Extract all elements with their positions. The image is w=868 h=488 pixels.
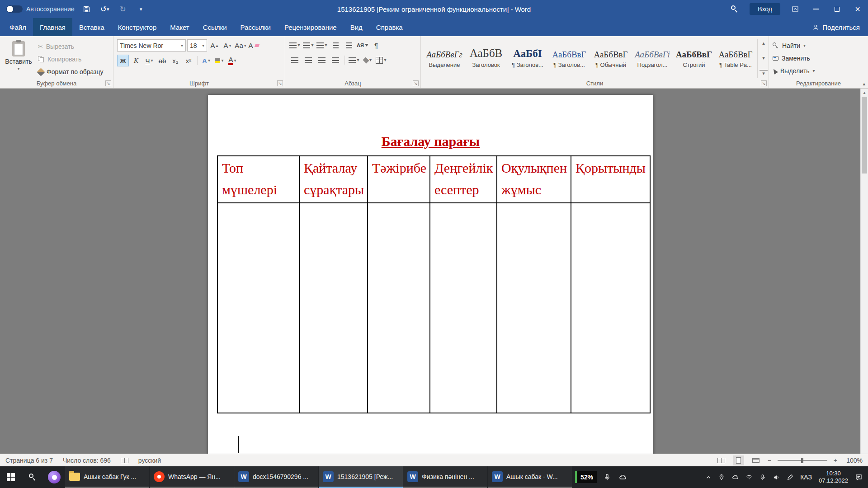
style-item[interactable]: АаБбІ ¶ Заголов... xyxy=(508,39,547,74)
taskbar-app-word-3[interactable]: W Физика пәнінен ... xyxy=(403,466,487,488)
zoom-slider[interactable] xyxy=(778,460,827,461)
align-right-button[interactable] xyxy=(316,54,328,66)
customize-qat-button[interactable]: ▾ xyxy=(135,3,147,15)
table-header-cell[interactable]: Деңгейлік есептер xyxy=(430,156,497,203)
zoom-in-button[interactable]: + xyxy=(834,457,837,464)
word-count[interactable]: Число слов: 696 xyxy=(63,457,111,464)
search-button[interactable] xyxy=(724,0,745,18)
tab-insert[interactable]: Вставка xyxy=(72,18,111,36)
alisa-button[interactable] xyxy=(43,466,65,488)
copy-button[interactable]: Копировать xyxy=(38,54,104,65)
style-item[interactable]: АаБбВвГ ¶ Обычный xyxy=(591,39,631,74)
increase-indent-button[interactable] xyxy=(343,39,355,51)
share-button[interactable]: Поделиться xyxy=(812,18,868,36)
speaker-icon[interactable] xyxy=(773,474,780,481)
wifi-icon[interactable] xyxy=(745,474,753,480)
tab-review[interactable]: Рецензирование xyxy=(278,18,344,36)
taskbar-app-word-1[interactable]: W docx1546790296 ... xyxy=(234,466,318,488)
strikethrough-button[interactable]: ab xyxy=(156,55,168,66)
minimize-button[interactable] xyxy=(806,0,826,18)
styles-dialog-launcher[interactable]: ↘ xyxy=(761,80,767,86)
tab-home[interactable]: Главная xyxy=(33,18,72,36)
taskbar-clock[interactable]: 10:30 07.12.2022 xyxy=(819,470,848,485)
paragraph-dialog-launcher[interactable]: ↘ xyxy=(413,80,419,86)
gallery-more-button[interactable]: ▾ xyxy=(760,70,768,76)
table-cell[interactable] xyxy=(368,203,430,413)
table-cell[interactable] xyxy=(430,203,497,413)
zoom-slider-thumb[interactable] xyxy=(801,458,803,463)
style-item[interactable]: АаБбВвГг Выделение xyxy=(425,39,464,74)
numbering-button[interactable]: ▾ xyxy=(302,39,314,51)
bullets-button[interactable]: ▾ xyxy=(289,39,301,51)
notification-center-icon[interactable] xyxy=(855,474,863,481)
page-indicator[interactable]: Страница 6 из 7 xyxy=(5,457,53,464)
font-name-combo[interactable]: Times New Ror ▾ xyxy=(117,39,186,52)
superscript-button[interactable]: x² xyxy=(183,55,194,66)
select-button[interactable]: Выделить ▾ xyxy=(773,66,864,76)
tab-help[interactable]: Справка xyxy=(369,18,410,36)
style-item[interactable]: АаБбВвГ ¶ Table Pa... xyxy=(716,39,755,74)
table-header-cell[interactable]: Қорытынды xyxy=(571,156,650,203)
autosave-toggle[interactable] xyxy=(6,5,23,13)
redo-button[interactable]: ↻ xyxy=(117,3,129,15)
grow-font-button[interactable]: А▴ xyxy=(208,40,220,52)
zoom-level[interactable]: 100% xyxy=(844,457,863,464)
document-page[interactable]: Бағалау парағы Топ мүшелері Қайталау сұр… xyxy=(208,95,653,454)
gallery-down-button[interactable]: ▾ xyxy=(760,55,768,61)
underline-button[interactable]: Ч▾ xyxy=(143,55,155,66)
replace-button[interactable]: Заменить xyxy=(773,53,864,64)
undo-button[interactable]: ↺▾ xyxy=(99,3,111,15)
line-spacing-button[interactable]: ▾ xyxy=(348,54,360,66)
document-title[interactable]: Бағалау парағы xyxy=(208,134,653,149)
font-color-button[interactable]: А▾ xyxy=(226,55,238,66)
cloud-app-button[interactable] xyxy=(615,466,630,488)
pen-icon[interactable] xyxy=(787,474,793,481)
align-center-button[interactable] xyxy=(302,54,314,66)
change-case-button[interactable]: Аа▾ xyxy=(235,40,246,52)
find-button[interactable]: Найти ▾ xyxy=(773,40,864,51)
bold-button[interactable]: Ж xyxy=(117,55,129,66)
borders-button[interactable]: ▾ xyxy=(375,54,387,66)
taskbar-app-word-4[interactable]: W Ашык сабак - W... xyxy=(488,466,572,488)
ribbon-display-options-button[interactable] xyxy=(785,0,806,18)
tab-design[interactable]: Конструктор xyxy=(111,18,164,36)
justify-button[interactable] xyxy=(330,54,341,66)
scrollbar-thumb[interactable] xyxy=(862,97,867,174)
taskbar-search-button[interactable] xyxy=(22,466,43,488)
tab-view[interactable]: Вид xyxy=(344,18,369,36)
onedrive-cloud-icon[interactable] xyxy=(731,474,739,480)
tray-microphone-icon[interactable] xyxy=(760,474,766,481)
cut-button[interactable]: ✂ Вырезать xyxy=(38,41,104,52)
battery-indicator[interactable]: 52% xyxy=(575,471,597,483)
taskbar-app-browser[interactable]: WhatsApp — Ян... xyxy=(150,466,234,488)
table-header-cell[interactable]: Қайталау сұрақтары xyxy=(299,156,368,203)
multilevel-list-button[interactable]: ▾ xyxy=(316,39,328,51)
zoom-out-button[interactable]: − xyxy=(768,457,771,464)
tab-file[interactable]: Файл xyxy=(3,18,33,36)
hidden-icons-chevron-icon[interactable] xyxy=(705,474,712,480)
font-dialog-launcher[interactable]: ↘ xyxy=(277,80,283,86)
shrink-font-button[interactable]: А▾ xyxy=(222,40,233,52)
proofing-icon[interactable] xyxy=(121,458,128,463)
web-layout-button[interactable] xyxy=(750,455,761,465)
text-highlight-button[interactable]: ▾ xyxy=(213,55,225,66)
table-header-cell[interactable]: Топ мүшелері xyxy=(217,156,299,203)
tab-references[interactable]: Ссылки xyxy=(196,18,234,36)
taskbar-app-folder[interactable]: Ашык сабак Гук ... xyxy=(65,466,149,488)
shading-button[interactable]: ▾ xyxy=(362,54,373,66)
scroll-up-icon[interactable]: ▴ xyxy=(861,89,868,95)
tab-mailings[interactable]: Рассылки xyxy=(234,18,278,36)
decrease-indent-button[interactable] xyxy=(330,39,341,51)
show-marks-button[interactable]: ¶ xyxy=(370,39,382,51)
clipboard-dialog-launcher[interactable]: ↘ xyxy=(105,80,111,86)
table-cell[interactable] xyxy=(497,203,571,413)
start-button[interactable] xyxy=(0,466,22,488)
autosave-control[interactable]: Автосохранение xyxy=(6,5,75,13)
gallery-up-button[interactable]: ▴ xyxy=(760,40,768,46)
vertical-scrollbar[interactable]: ▴ xyxy=(860,89,868,454)
language-switcher[interactable]: КАЗ xyxy=(800,474,812,481)
restore-button[interactable] xyxy=(826,0,847,18)
read-mode-button[interactable] xyxy=(716,455,727,465)
close-button[interactable]: × xyxy=(847,0,868,18)
sort-button[interactable]: АЯ xyxy=(357,39,368,51)
